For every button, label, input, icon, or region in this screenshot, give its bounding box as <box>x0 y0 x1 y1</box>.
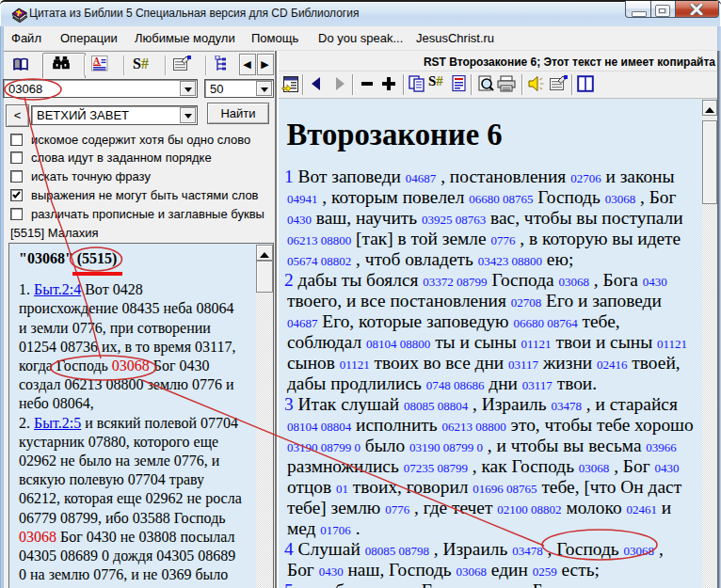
svg-text:A: A <box>93 56 101 66</box>
